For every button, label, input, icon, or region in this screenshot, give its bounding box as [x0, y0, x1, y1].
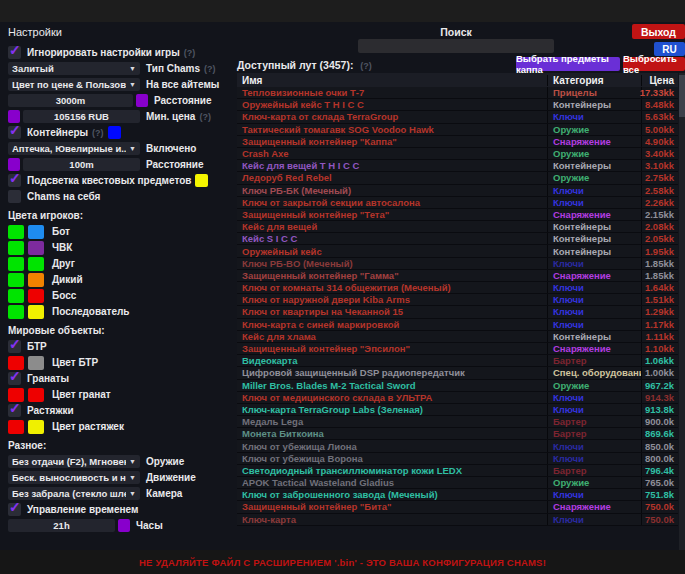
exit-button[interactable]: Выход	[632, 24, 685, 39]
quest-items-highlight-checkbox[interactable]: ✓	[8, 174, 21, 187]
section-heading: Мировые объекты:	[8, 324, 232, 337]
items-distance-input[interactable]: 3000m	[8, 94, 133, 107]
color-pmc-swatch-1[interactable]	[8, 241, 24, 255]
ignore-game-settings-checkbox[interactable]: ✓	[8, 46, 21, 59]
chams-self-checkbox[interactable]	[8, 190, 21, 203]
table-row[interactable]: Кейс для хламаКонтейнеры1.11kk	[237, 331, 678, 343]
item-price: 750.0k	[641, 501, 678, 512]
color-tripwires-swatch-1[interactable]	[8, 420, 24, 434]
time-control-checkbox[interactable]: ✓	[8, 503, 21, 516]
containers-distance-input[interactable]: 100m	[23, 158, 140, 171]
color-btr-swatch-2[interactable]	[28, 356, 44, 370]
column-name[interactable]: Имя	[237, 75, 547, 86]
table-row[interactable]: Ключ-карта TerraGroup Labs (Зеленая)Ключ…	[237, 404, 678, 416]
color-scav-swatch-2[interactable]	[28, 273, 44, 287]
table-row[interactable]: Ключ от заброшенного завода (Меченый)Клю…	[237, 489, 678, 501]
btr-checkbox[interactable]: ✓	[8, 340, 21, 353]
table-scrollbar[interactable]	[679, 73, 685, 550]
table-row[interactable]: Ключ от наружной двери Kiba ArmsКлючи1.5…	[237, 294, 678, 306]
table-row[interactable]: Защищенный контейнер "Тета"Снаряжение2.1…	[237, 209, 678, 221]
table-row[interactable]: Светодиодный трансиллюминатор кожи LEDXБ…	[237, 465, 678, 477]
item-price: 967.2k	[641, 380, 678, 391]
btr-row: ✓БТР	[8, 340, 232, 353]
table-row[interactable]: Медаль LegaБартер900.0k	[237, 416, 678, 428]
weapon-options-select[interactable]: Без отдачи (F2), Мгновенное п▼	[8, 455, 140, 468]
time-hours-input[interactable]: 21h	[8, 519, 115, 532]
table-row[interactable]: Ключ РБ-BO (Меченый)Ключи1.85kk	[237, 258, 678, 270]
containers-color-swatch[interactable]	[108, 126, 121, 139]
quest-items-highlight-color-swatch[interactable]	[195, 174, 208, 187]
column-price[interactable]: Цена	[641, 75, 678, 86]
table-row[interactable]: Цифровой защищенный DSP радиопередатчикС…	[237, 367, 678, 379]
chams-config-window: Настройки ✓Игнорировать настройки игры(?…	[0, 0, 685, 574]
item-price: 2.26kk	[641, 197, 678, 208]
color-bot-swatch-2[interactable]	[28, 225, 44, 239]
color-friend-swatch-1[interactable]	[8, 257, 24, 271]
table-row[interactable]: Ключ от комнаты 314 общежития (Меченый)К…	[237, 282, 678, 294]
item-category: Спец. оборудование	[547, 367, 641, 378]
time-control-row: ✓Управление временем	[8, 503, 232, 516]
chams-type-select[interactable]: Залитый▼	[8, 62, 140, 75]
table-row[interactable]: Защищенный контейнер "Эпсилон"Снаряжение…	[237, 343, 678, 355]
config-warning-text: НЕ УДАЛЯЙТЕ ФАЙЛ С РАСШИРЕНИЕМ '.bin' - …	[139, 557, 546, 568]
items-distance-color-swatch[interactable]	[136, 94, 148, 107]
color-scav-swatch-1[interactable]	[8, 273, 24, 287]
all-items-mode-select[interactable]: Цвет по цене & Пользователь▼	[8, 78, 140, 91]
color-friend-swatch-2[interactable]	[28, 257, 44, 271]
color-boss-swatch-1[interactable]	[8, 289, 24, 303]
table-row[interactable]: Тактический томагавк SOG Voodoo HawkОруж…	[237, 124, 678, 136]
table-row[interactable]: Защищенный контейнер "Каппа"Снаряжение4.…	[237, 136, 678, 148]
table-row[interactable]: Ключ от убежища ВоронаКлючи800.0k	[237, 453, 678, 465]
btr-label: БТР	[27, 341, 47, 352]
color-bot-swatch-1[interactable]	[8, 225, 24, 239]
table-row[interactable]: Защищенный контейнер "Гамма"Снаряжение1.…	[237, 270, 678, 282]
item-name: Кейс S I C C	[237, 233, 547, 244]
table-row[interactable]: Crash AxeОружие3.40kk	[237, 148, 678, 160]
time-hours-color-swatch[interactable]	[118, 519, 130, 532]
table-row[interactable]: Ключ от медицинского склада в УЛЬТРАКлюч…	[237, 392, 678, 404]
column-category[interactable]: Категория	[547, 75, 641, 86]
color-pmc-swatch-2[interactable]	[28, 241, 44, 255]
containers-row: ✓Контейнеры(?)	[8, 126, 232, 139]
table-row[interactable]: Кейс для вещей T H I C CКонтейнеры3.10kk	[237, 160, 678, 172]
discard-all-button[interactable]: Выбросить все	[623, 57, 685, 71]
table-row[interactable]: Ключ от квартиры на Чеканной 15Ключи1.29…	[237, 306, 678, 318]
color-follower-swatch-1[interactable]	[8, 305, 24, 319]
table-scrollbar-thumb[interactable]	[679, 75, 685, 117]
table-row[interactable]: Оружейный кейсКонтейнеры1.95kk	[237, 245, 678, 257]
color-follower-swatch-2[interactable]	[28, 305, 44, 319]
table-row[interactable]: Кейс для вещейКонтейнеры2.08kk	[237, 221, 678, 233]
table-row[interactable]: Ключ-карта от склада TerraGroupКлючи5.63…	[237, 111, 678, 123]
enabled-categories-label: Включено	[146, 143, 196, 154]
grenades-checkbox[interactable]: ✓	[8, 372, 21, 385]
color-bot-row: Бот	[8, 225, 232, 238]
table-row[interactable]: Ключ-карта с синей маркировкойКлючи1.17k…	[237, 319, 678, 331]
table-row[interactable]: Ключ-картаКлючи750.0k	[237, 514, 678, 526]
table-row[interactable]: Кейс S I C CКонтейнеры2.05kk	[237, 233, 678, 245]
table-row[interactable]: Ключ РБ-БК (Меченый)Ключи2.58kk	[237, 185, 678, 197]
table-row[interactable]: Тепловизионные очки Т-7Прицелы17.33kk	[237, 87, 678, 99]
search-input[interactable]	[358, 39, 554, 53]
table-row[interactable]: Ключ от убежища ЛионаКлючи850.0k	[237, 440, 678, 452]
tripwires-checkbox[interactable]: ✓	[8, 404, 21, 417]
quest-items-highlight-row: ✓Подсветка квестовых предметов	[8, 174, 232, 187]
table-row[interactable]: Защищенный контейнер "Бита"Снаряжение750…	[237, 501, 678, 513]
color-grenades-swatch-2[interactable]	[28, 388, 44, 402]
color-tripwires-swatch-2[interactable]	[28, 420, 44, 434]
select-kappa-items-button[interactable]: Выбрать предметы каппа	[516, 57, 620, 71]
table-row[interactable]: Ключ от закрытой секции автосалонаКлючи2…	[237, 197, 678, 209]
containers-checkbox[interactable]: ✓	[8, 126, 21, 139]
enabled-categories-select[interactable]: Аптечка, Ювелирные и...▼	[8, 142, 140, 155]
min-price-input[interactable]: 105156 RUB	[23, 110, 140, 123]
table-row[interactable]: Оружейный кейс T H I C CКонтейнеры8.48kk	[237, 99, 678, 111]
chams-self-row: Chams на себя	[8, 190, 232, 203]
camera-options-select[interactable]: Без забрала (стекло шлема)▼	[8, 487, 140, 500]
table-row[interactable]: Miller Bros. Blades M-2 Tactical SwordОр…	[237, 380, 678, 392]
table-row[interactable]: Ледоруб Red RebelОружие2.75kk	[237, 172, 678, 184]
movement-options-select[interactable]: Беск. выносливость и нет уста▼	[8, 471, 140, 484]
table-row[interactable]: Монета БиткоинаБартер869.6k	[237, 428, 678, 440]
table-row[interactable]: APOK Tactical Wasteland GladiusОружие765…	[237, 477, 678, 489]
item-price: 1.64kk	[641, 282, 678, 293]
color-boss-swatch-2[interactable]	[28, 289, 44, 303]
table-row[interactable]: ВидеокартаБартер1.06kk	[237, 355, 678, 367]
